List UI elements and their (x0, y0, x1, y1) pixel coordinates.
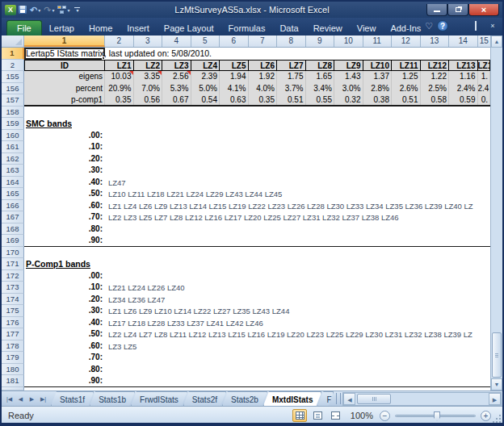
row-header-164[interactable]: 164 (2, 177, 24, 189)
header-cell-LZ13[interactable]: LZ13 (449, 60, 478, 72)
row-header-170[interactable]: 170 (2, 247, 24, 259)
row-header-178[interactable]: 178 (2, 340, 24, 353)
row-header-162[interactable]: 162 (2, 153, 24, 165)
row-header-156[interactable]: 156 (2, 83, 24, 95)
workbook-restore-button[interactable] (469, 22, 482, 30)
stat-cell[interactable]: 2.6% (392, 83, 421, 95)
band-list[interactable]: LZ17 LZ18 LZ28 LZ33 LZ37 LZ41 LZ42 LZ46 (108, 317, 490, 329)
row-header-163[interactable]: 163 (2, 165, 24, 177)
header-cell-LZ12[interactable]: LZ12 (421, 60, 450, 72)
stat-cell[interactable]: 20.9% (105, 83, 134, 95)
band-list[interactable]: LZ21 LZ24 LZ26 LZ40 (108, 282, 490, 294)
stat-cell[interactable]: 0.35 (105, 94, 134, 105)
scroll-left-button[interactable]: ◀ (343, 393, 355, 405)
stat-cell[interactable]: 10.03 (105, 71, 134, 83)
stat-cell[interactable]: 4.1% (220, 83, 249, 95)
header-cell-LZ1[interactable]: LZ1 (478, 60, 491, 72)
page-break-view-button[interactable] (328, 409, 342, 422)
stat-cell[interactable]: 2.56 (162, 71, 191, 83)
stat-cell[interactable]: 5.0% (191, 83, 220, 95)
close-button[interactable]: × (468, 4, 499, 16)
header-cell-LZ3[interactable]: LZ3 (162, 60, 191, 72)
stat-cell[interactable]: 3.35 (134, 71, 163, 83)
stat-cell[interactable]: 2.8% (363, 83, 393, 95)
stat-cell[interactable]: 2.4% (449, 83, 478, 95)
column-header-8[interactable]: 8 (277, 36, 306, 47)
minimize-button[interactable] (426, 4, 447, 16)
tab-file[interactable]: File (6, 20, 42, 36)
stat-cell[interactable]: 7.0% (134, 83, 163, 95)
row-header-169[interactable]: 169 (2, 235, 24, 247)
normal-view-button[interactable] (292, 409, 307, 422)
section-heading[interactable]: P-Comp1 bands (26, 258, 90, 270)
column-header-9[interactable]: 9 (306, 36, 335, 47)
band-label[interactable]: .20: (24, 294, 105, 306)
band-label[interactable]: .30: (24, 165, 105, 177)
column-header-10[interactable]: 10 (334, 36, 363, 47)
workbook-close-button[interactable]: × (486, 22, 499, 30)
band-label[interactable]: .70: (24, 352, 105, 364)
row-header-180[interactable]: 180 (2, 364, 24, 376)
row-header-161[interactable]: 161 (2, 141, 24, 153)
stat-cell[interactable]: 0.58 (421, 94, 450, 105)
stat-cell[interactable]: 1.43 (334, 71, 363, 83)
stat-cell[interactable]: 1.25 (392, 71, 421, 83)
column-header-13[interactable]: 13 (421, 36, 450, 47)
header-cell-ID[interactable]: ID (24, 60, 105, 72)
row-header-181[interactable]: 181 (2, 375, 24, 387)
stat-cell[interactable]: 5.3% (162, 83, 191, 95)
last-sheet-button[interactable]: ▶| (38, 394, 48, 404)
sheet-tab-stats2b[interactable]: Stats2b (222, 391, 267, 406)
band-label[interactable]: .50: (24, 188, 105, 200)
header-cell-LZ10[interactable]: LZ10 (363, 60, 393, 72)
stat-cell[interactable]: 0.54 (191, 94, 220, 105)
stat-label-eigens[interactable]: eigens (24, 71, 105, 83)
band-label[interactable]: .90: (24, 375, 105, 387)
zoom-slider[interactable] (395, 415, 476, 417)
tab-page-layout[interactable]: Page Layout (157, 20, 221, 36)
band-label[interactable]: .30: (24, 305, 105, 317)
page-layout-view-button[interactable] (310, 409, 325, 422)
row-header-167[interactable]: 167 (2, 211, 24, 223)
section-heading[interactable]: SMC bands (26, 118, 72, 130)
band-label[interactable]: .10: (24, 141, 105, 153)
horizontal-scroll-thumb[interactable] (357, 394, 391, 404)
stat-cell[interactable]: 1.65 (306, 71, 335, 83)
row-header-174[interactable]: 174 (2, 294, 24, 306)
zoom-out-button[interactable]: − (380, 411, 390, 421)
stat-cell[interactable]: 3.0% (334, 83, 363, 95)
band-list[interactable]: LZ10 LZ11 LZ18 LZ21 LZ24 LZ29 LZ43 LZ44 … (108, 188, 490, 200)
row-header-2[interactable]: 2 (2, 60, 24, 72)
tab-add-ins[interactable]: Add-Ins (383, 20, 428, 36)
stat-cell[interactable]: 0.67 (162, 94, 191, 105)
stat-label-p-comp1[interactable]: p-comp1 (24, 94, 105, 105)
column-header-6[interactable]: 6 (220, 36, 249, 47)
tab-formulas[interactable]: Formulas (221, 20, 273, 36)
row-header-165[interactable]: 165 (2, 188, 24, 200)
stat-cell[interactable]: 0.38 (363, 94, 393, 105)
zoom-slider-thumb[interactable] (434, 411, 440, 421)
zoom-in-button[interactable]: + (481, 411, 491, 421)
stat-cell[interactable]: 2.5% (421, 83, 450, 95)
stat-cell[interactable]: 2.39 (191, 71, 220, 83)
stat-cell[interactable]: 1.16 (449, 71, 478, 83)
row-header-175[interactable]: 175 (2, 305, 24, 317)
row-header-171[interactable]: 171 (2, 258, 24, 270)
band-label[interactable]: .10: (24, 282, 105, 294)
column-header-5[interactable]: 5 (191, 36, 220, 47)
band-label[interactable]: .40: (24, 317, 105, 329)
scroll-up-button[interactable]: ▲ (491, 36, 502, 48)
row-header-176[interactable]: 176 (2, 317, 24, 329)
stat-cell[interactable]: 0. (478, 94, 491, 105)
stat-cell[interactable]: 1. (478, 71, 491, 83)
stat-cell[interactable]: 0.55 (306, 94, 335, 105)
select-all-corner[interactable] (2, 36, 24, 47)
sheet-tab-stats1b[interactable]: Stats1b (90, 391, 135, 406)
resize-grip[interactable] (493, 415, 501, 423)
band-list[interactable]: LZ1 LZ4 LZ6 LZ9 LZ13 LZ14 LZ15 LZ19 LZ22… (108, 200, 490, 212)
header-cell-LZ4[interactable]: LZ4 (191, 60, 220, 72)
band-list[interactable]: LZ2 LZ4 LZ7 LZ8 LZ11 LZ12 LZ13 LZ15 LZ16… (108, 328, 490, 340)
stat-cell[interactable]: 2.4 (478, 83, 491, 95)
tab-view[interactable]: View (350, 20, 384, 36)
row-header-155[interactable]: 155 (2, 71, 24, 83)
